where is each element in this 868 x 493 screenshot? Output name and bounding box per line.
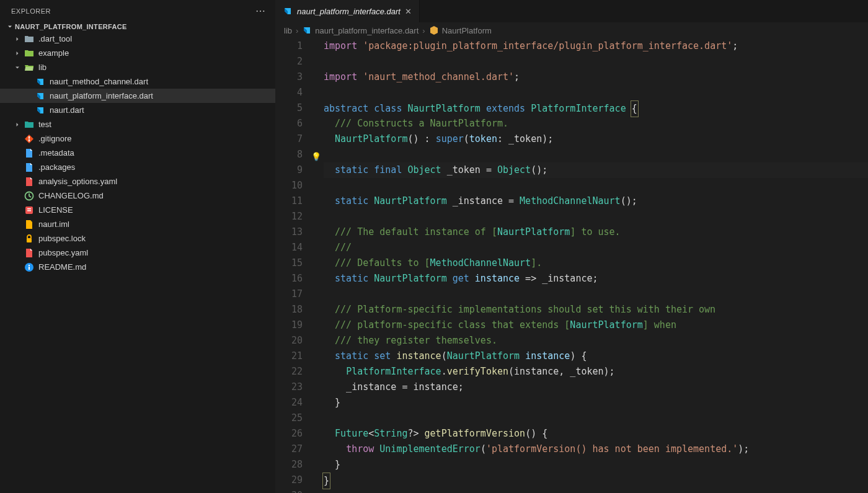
- line-number: 7: [275, 131, 303, 147]
- file-item[interactable]: naurt.iml: [0, 217, 275, 231]
- tree-item-label: example: [38, 48, 69, 58]
- code-line[interactable]: /// Defaults to [MethodChannelNaurt].: [324, 255, 868, 271]
- file-item[interactable]: README.md: [0, 260, 275, 274]
- code-line[interactable]: Future<String?> getPlatformVersion() {: [324, 426, 868, 442]
- line-number: 14: [275, 240, 303, 255]
- code-line[interactable]: [324, 178, 868, 193]
- code-line[interactable]: ///: [324, 240, 868, 255]
- editor-tab[interactable]: naurt_platform_interface.dart ✕: [275, 0, 420, 22]
- code-line[interactable]: [324, 286, 868, 302]
- code-line[interactable]: [324, 147, 868, 162]
- code-line[interactable]: [324, 488, 868, 493]
- file-item[interactable]: analysis_options.yaml: [0, 174, 275, 189]
- code-line[interactable]: NaurtPlatform() : super(token: _token);: [324, 131, 868, 147]
- tree-item-label: test: [38, 120, 51, 129]
- file-item[interactable]: LICENSE: [0, 203, 275, 217]
- code-line[interactable]: _instance = instance;: [324, 380, 868, 395]
- line-number-gutter: 1234567891011121314151617181920212223242…: [275, 38, 314, 493]
- code-line[interactable]: static final Object _token = Object();: [324, 162, 868, 178]
- breadcrumb-item[interactable]: naurt_platform_interface.dart: [302, 25, 418, 35]
- line-number: 1: [275, 38, 303, 54]
- breadcrumb-label: lib: [284, 26, 292, 35]
- folder-icon: [24, 34, 35, 44]
- code-line[interactable]: [324, 411, 868, 426]
- tree-item-label: analysis_options.yaml: [38, 177, 117, 186]
- iml-icon: [24, 220, 35, 229]
- close-icon[interactable]: ✕: [405, 7, 412, 16]
- code-line[interactable]: /// Constructs a NaurtPlatform.: [324, 116, 868, 131]
- explorer-more-icon[interactable]: ⋯: [255, 5, 266, 17]
- code-line[interactable]: }: [324, 473, 868, 488]
- line-number: 16: [275, 271, 303, 286]
- tree-item-label: README.md: [38, 262, 86, 272]
- chevron-down-icon: [14, 64, 22, 71]
- code-line[interactable]: }: [324, 457, 868, 473]
- folder-item[interactable]: test: [0, 117, 275, 131]
- code-line[interactable]: [324, 209, 868, 224]
- chevron-right-icon: ›: [296, 26, 298, 35]
- editor: naurt_platform_interface.dart ✕ lib›naur…: [275, 0, 868, 493]
- explorer-title: EXPLORER: [11, 7, 51, 15]
- folder-green-icon: [24, 48, 35, 58]
- breadcrumb-item[interactable]: lib: [284, 26, 292, 35]
- folder-item[interactable]: lib: [0, 60, 275, 74]
- tree-item-label: pubspec.yaml: [38, 248, 88, 257]
- line-number: 18: [275, 302, 303, 318]
- tree-item-label: lib: [38, 63, 46, 72]
- breadcrumb-label: naurt_platform_interface.dart: [315, 26, 418, 35]
- code-line[interactable]: import 'naurt_method_channel.dart';: [324, 69, 868, 85]
- explorer-header: EXPLORER ⋯: [0, 0, 275, 22]
- info-icon: [24, 262, 35, 272]
- svg-rect-5: [27, 238, 32, 242]
- line-number: 28: [275, 457, 303, 473]
- code-line[interactable]: throw UnimplementedError('platformVersio…: [324, 442, 868, 457]
- project-header[interactable]: NAURT_PLATFROM_INTERFACE: [0, 22, 275, 32]
- line-number: 2: [275, 54, 303, 69]
- code-line[interactable]: import 'package:plugin_platform_interfac…: [324, 38, 868, 54]
- line-number: 27: [275, 442, 303, 457]
- file-item[interactable]: naurt.dart: [0, 103, 275, 117]
- breadcrumb-label: NaurtPlatform: [442, 26, 492, 35]
- file-item[interactable]: .packages: [0, 160, 275, 174]
- svg-rect-8: [29, 265, 30, 266]
- tree-item-label: .packages: [38, 162, 75, 172]
- file-item[interactable]: .metadata: [0, 146, 275, 160]
- line-number: 15: [275, 255, 303, 271]
- folder-item[interactable]: .dart_tool: [0, 32, 275, 46]
- yaml-icon: [24, 248, 35, 258]
- tree-item-label: .metadata: [38, 148, 74, 158]
- file-item[interactable]: naurt_method_channel.dart: [0, 74, 275, 89]
- code-line[interactable]: abstract class NaurtPlatform extends Pla…: [324, 100, 868, 116]
- breadcrumb-item[interactable]: NaurtPlatform: [429, 25, 492, 35]
- line-number: 4: [275, 85, 303, 100]
- code-area[interactable]: 1234567891011121314151617181920212223242…: [275, 38, 868, 493]
- code-line[interactable]: static set instance(NaurtPlatform instan…: [324, 349, 868, 364]
- code-line[interactable]: /// Platform-specific implementations sh…: [324, 302, 868, 318]
- chevron-right-icon: [14, 121, 22, 128]
- chevron-right-icon: ›: [422, 26, 425, 35]
- file-item[interactable]: pubspec.yaml: [0, 246, 275, 260]
- file-item[interactable]: pubspec.lock: [0, 231, 275, 246]
- lightbulb-icon[interactable]: 💡: [311, 149, 321, 164]
- code-content[interactable]: import 'package:plugin_platform_interfac…: [324, 38, 868, 493]
- dart-icon: [283, 6, 293, 16]
- code-line[interactable]: [324, 85, 868, 100]
- class-icon: [429, 25, 439, 35]
- code-line[interactable]: static NaurtPlatform _instance = MethodC…: [324, 193, 868, 209]
- code-line[interactable]: }: [324, 395, 868, 411]
- file-item[interactable]: CHANGELOG.md: [0, 189, 275, 203]
- tree-item-label: naurt.iml: [38, 220, 69, 229]
- code-line[interactable]: /// platform-specific class that extends…: [324, 318, 868, 333]
- yaml-icon: [24, 177, 35, 187]
- code-line[interactable]: PlatformInterface.verifyToken(instance, …: [324, 364, 868, 380]
- folder-item[interactable]: example: [0, 46, 275, 60]
- breadcrumb: lib›naurt_platform_interface.dart›NaurtP…: [275, 22, 868, 38]
- file-item[interactable]: naurt_platform_interface.dart: [0, 89, 275, 103]
- glyph-margin: 💡: [314, 38, 324, 493]
- code-line[interactable]: static NaurtPlatform get instance => _in…: [324, 271, 868, 286]
- file-item[interactable]: .gitignore: [0, 131, 275, 146]
- code-line[interactable]: [324, 54, 868, 69]
- chevron-right-icon: [14, 35, 22, 43]
- code-line[interactable]: /// they register themselves.: [324, 333, 868, 349]
- code-line[interactable]: /// The default instance of [NaurtPlatfo…: [324, 224, 868, 240]
